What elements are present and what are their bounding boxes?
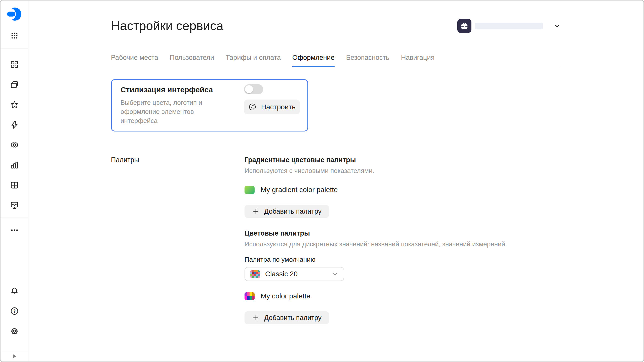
org-name-placeholder [475,23,543,29]
my-color-palette-swatch [245,292,255,300]
briefcase-icon [460,21,469,31]
tab-security[interactable]: Безопасность [346,54,389,67]
datasets-circles-icon[interactable] [6,139,22,150]
styling-card-title: Стилизация интерфейса [120,85,231,94]
main-content: Настройки сервиса [28,1,643,361]
color-palette-name: My color palette [261,292,310,300]
gradient-palette-swatch [245,186,255,194]
tab-appearance[interactable]: Оформление [292,54,335,67]
color-palette-item[interactable]: My color palette [245,291,310,301]
gradient-palettes-description: Используются с числовыми показателями. [245,167,374,175]
settings-tabs: Рабочие места Пользователи Тарифы и опла… [111,54,561,67]
interface-styling-card: Стилизация интерфейса Выберите цвета, ло… [111,79,308,131]
tab-users[interactable]: Пользователи [170,54,214,67]
classic20-swatch [250,270,260,278]
charts-bar-icon[interactable] [6,159,22,170]
tab-workspaces[interactable]: Рабочие места [111,54,158,67]
color-palettes-title: Цветовые палитры [245,230,310,237]
add-color-palette-button[interactable]: Добавить палитру [245,311,329,324]
collapse-play-icon[interactable] [6,351,22,362]
add-gradient-palette-button[interactable]: Добавить палитру [245,205,329,218]
help-question-icon[interactable]: ? [6,305,22,316]
sidebar-divider [1,217,28,217]
default-palette-label: Палитра по умолчанию [245,256,315,263]
datalens-logo-icon[interactable] [7,7,22,21]
sidebar: ? [1,1,28,361]
configure-button[interactable]: Настроить [244,100,300,114]
chevron-down-icon [331,270,339,278]
default-palette-value: Classic 20 [265,270,298,278]
tables-grid-icon[interactable] [6,179,22,191]
apps-grid-icon[interactable] [6,30,22,41]
add-gradient-palette-label: Добавить палитру [264,208,321,215]
plus-icon [252,208,260,215]
toggle-knob [245,85,253,93]
gradient-palette-item[interactable]: My gradient color palette [245,185,338,195]
workbooks-grid-icon[interactable] [6,59,22,70]
sidebar-bottom-group: ? [6,285,22,337]
gradient-palettes-title: Градиентные цветовые палитры [245,156,356,164]
svg-text:?: ? [13,308,16,313]
sidebar-divider [1,49,28,49]
favorites-star-icon[interactable] [6,99,22,110]
monitoring-screen-icon[interactable] [6,200,22,211]
settings-gear-icon[interactable] [6,326,22,337]
more-ellipsis-icon[interactable] [6,224,22,236]
styling-card-text: Стилизация интерфейса Выберите цвета, ло… [120,84,231,125]
chevron-down-icon[interactable] [553,22,561,30]
palettes-section-label: Палитры [111,156,245,324]
header: Настройки сервиса [111,19,561,33]
plus-icon [252,314,260,322]
tab-billing[interactable]: Тарифы и оплата [226,54,281,67]
quick-actions-lightning-icon[interactable] [6,119,22,130]
configure-button-label: Настроить [261,103,296,111]
sidebar-nav [6,59,22,211]
app-window: ? Настройки сервиса [0,0,644,362]
styling-toggle[interactable] [244,84,263,94]
color-palettes-description: Используются для дискретных значений: на… [245,240,507,248]
styling-card-description: Выберите цвета, логотип и оформление эле… [120,98,231,125]
palettes-section: Палитры Градиентные цветовые палитры Исп… [111,156,561,324]
collections-icon[interactable] [6,79,22,90]
account-switcher[interactable] [457,19,561,33]
palette-icon [248,103,257,111]
default-palette-select[interactable]: Classic 20 [245,267,344,281]
page-title: Настройки сервиса [111,19,223,33]
org-badge [457,19,471,33]
sidebar-footer [1,351,28,361]
notifications-bell-icon[interactable] [6,285,22,296]
gradient-palette-name: My gradient color palette [261,186,338,194]
tab-navigation[interactable]: Навигация [401,54,434,67]
add-color-palette-label: Добавить палитру [264,314,321,322]
